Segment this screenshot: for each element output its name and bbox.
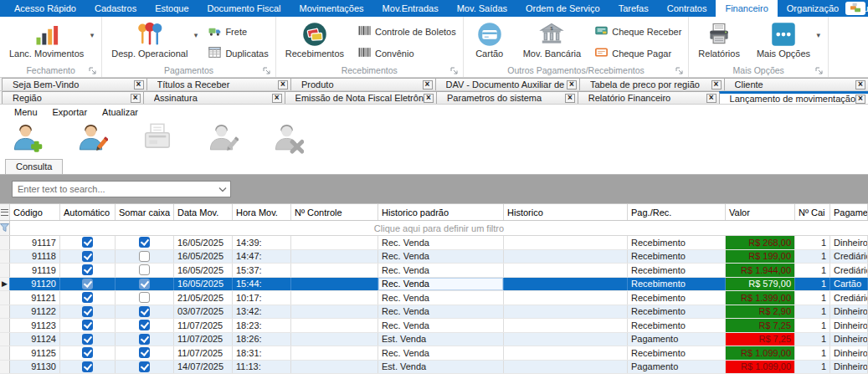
close-icon[interactable]: × [272, 94, 282, 103]
dialog-launcher-icon[interactable] [675, 66, 684, 74]
checkbox-checked[interactable] [82, 279, 93, 289]
cell-historico-padrao[interactable]: Rec. Venda [378, 305, 504, 319]
dialog-launcher-icon[interactable] [815, 66, 824, 74]
cell-n-cai[interactable]: 1 [795, 346, 830, 360]
checkbox-checked[interactable] [139, 279, 150, 289]
cell-n-cai[interactable]: 1 [795, 305, 830, 319]
cell-data[interactable]: 16/05/2025 [174, 236, 233, 249]
doc-tab-t-tulos-a-receber[interactable]: Títulos a Receber× [146, 78, 292, 90]
cell-data[interactable]: 03/07/2025 [174, 305, 233, 319]
cell-hora[interactable]: 15:44: [233, 278, 291, 291]
doc-tab-relat-rio-financeiro[interactable]: Relatório Financeiro× [578, 91, 720, 104]
close-icon[interactable]: × [565, 94, 575, 103]
cell-n-cai[interactable]: 1 [795, 361, 830, 374]
doc-tab-produto[interactable]: Produto× [290, 78, 436, 90]
close-icon[interactable]: × [424, 94, 434, 103]
cell-somar-caixa[interactable] [116, 333, 174, 346]
cell-controle[interactable] [291, 278, 378, 291]
column-header-historico[interactable]: Historico [504, 204, 628, 220]
cell-controle[interactable] [291, 361, 378, 374]
menubar-item-organiza-o[interactable]: Organização [778, 0, 848, 17]
menubar-item-financeiro[interactable]: Financeiro [716, 0, 777, 17]
cell-pagamento[interactable]: Crediário [830, 264, 868, 277]
cell-controle[interactable] [291, 333, 378, 346]
grid-filter-row[interactable]: Clique aqui para definir um filtro [0, 221, 868, 236]
cell-pagamento[interactable]: Dinheiro [830, 236, 868, 249]
cell-automatico[interactable] [60, 278, 116, 291]
ribbon-button-frete[interactable]: Frete [208, 24, 268, 38]
cell-pagamento[interactable]: Dinheiro [830, 333, 868, 346]
table-row[interactable]: 9112411/07/202518:26:Est. VendaPagamento… [0, 333, 868, 347]
cell-pagamento[interactable]: Crediário [830, 291, 868, 305]
cell-valor[interactable]: R$ 7,25 [726, 333, 795, 346]
cell-pag-rec[interactable]: Recebimento [628, 250, 726, 264]
cell-hora[interactable]: 18:26: [233, 333, 291, 346]
cell-hora[interactable]: 15:37: [233, 264, 291, 277]
cell-somar-caixa[interactable] [116, 250, 174, 264]
cell-automatico[interactable] [60, 236, 116, 249]
ribbon-button-cart-o[interactable]: Cartão [467, 20, 514, 59]
doc-tab-tabela-de-preco-por-regi-o[interactable]: Tabela de preco por região× [579, 78, 725, 90]
cell-automatico[interactable] [60, 305, 116, 319]
cell-historico-padrao[interactable]: Rec. Venda [378, 250, 504, 264]
user-add-button[interactable] [10, 122, 44, 156]
checkbox-checked[interactable] [82, 334, 93, 345]
cell-somar-caixa[interactable] [116, 278, 174, 291]
close-icon[interactable]: × [567, 80, 577, 90]
cell-n-cai[interactable]: 1 [795, 333, 830, 346]
cell-pagamento[interactable]: Cartão [830, 278, 868, 291]
checkbox-checked[interactable] [82, 292, 93, 303]
filter-hint[interactable]: Clique aqui para definir um filtro [10, 221, 868, 235]
cell-data[interactable]: 11/07/2025 [174, 346, 233, 360]
cell-pagamento[interactable]: Dinheiro [830, 305, 868, 319]
checkbox-checked[interactable] [82, 306, 93, 317]
cell-controle[interactable] [291, 291, 378, 305]
dialog-launcher-icon[interactable] [263, 66, 271, 74]
table-row[interactable]: 9112203/07/202513:42:Rec. VendaRecebimen… [0, 305, 868, 320]
checkbox-checked[interactable] [139, 347, 150, 358]
cell-historico[interactable] [504, 264, 628, 277]
ribbon-button-cheque-pagar[interactable]: Cheque Pagar [595, 46, 681, 60]
cell-somar-caixa[interactable] [116, 264, 174, 277]
tab-consulta[interactable]: Consulta [5, 159, 63, 174]
menubar-item-acesso-r-pido[interactable]: Acesso Rápido [5, 0, 85, 17]
cell-n-cai[interactable]: 1 [795, 264, 830, 277]
checkbox-checked[interactable] [139, 320, 150, 330]
cell-data[interactable]: 16/05/2025 [174, 264, 233, 277]
cell-data[interactable]: 21/05/2025 [174, 291, 233, 305]
cell-historico-padrao[interactable]: Rec. Venda [378, 264, 504, 277]
cell-valor[interactable]: R$ 1.099,00 [726, 346, 795, 360]
menubar-item-mov-sa-das[interactable]: Mov. Saídas [448, 0, 516, 17]
cell-historico[interactable] [504, 361, 628, 374]
cell-hora[interactable]: 18:31: [233, 346, 291, 360]
menubar-item-cadastros[interactable]: Cadastros [85, 0, 146, 17]
chevron-down-icon[interactable] [215, 187, 230, 192]
ribbon-button-relat-rios[interactable]: Relatórios [692, 20, 747, 59]
cell-data[interactable]: 14/07/2025 [174, 361, 233, 374]
menu-atualizar[interactable]: Atualizar [95, 107, 146, 117]
cell-historico-padrao[interactable]: Rec. Venda [378, 291, 504, 305]
menubar-item-estoque[interactable]: Estoque [146, 0, 198, 17]
cell-valor[interactable]: R$ 2,90 [726, 305, 795, 319]
cell-historico[interactable] [504, 305, 628, 319]
cell-pag-rec[interactable]: Recebimento [628, 291, 726, 305]
cell-historico-padrao[interactable]: Rec. Venda [378, 278, 504, 291]
column-header-pag-rec[interactable]: Pag./Rec. [628, 204, 726, 220]
close-icon[interactable]: × [131, 94, 141, 103]
ribbon-button-duplicatas[interactable]: Duplicatas [208, 46, 268, 60]
cell-controle[interactable] [291, 305, 378, 319]
cell-codigo[interactable]: 91121 [10, 291, 60, 305]
checkbox-checked[interactable] [82, 347, 93, 358]
ribbon-button-desp-operacional[interactable]: ▾Desp. Operacional [105, 20, 195, 59]
cell-historico[interactable] [504, 250, 628, 264]
cell-data[interactable]: 16/05/2025 [174, 250, 233, 264]
ribbon-button-conv-nio[interactable]: Convênio [358, 46, 456, 60]
cell-automatico[interactable] [60, 291, 116, 305]
checkbox-checked[interactable] [82, 251, 93, 262]
cell-controle[interactable] [291, 346, 378, 360]
close-icon[interactable]: × [278, 80, 288, 90]
column-header-c-digo[interactable]: Código [10, 204, 60, 220]
cell-hora[interactable]: 14:47: [233, 250, 291, 264]
cell-controle[interactable] [291, 250, 378, 264]
column-header-n-controle[interactable]: Nº Controle [291, 204, 378, 220]
